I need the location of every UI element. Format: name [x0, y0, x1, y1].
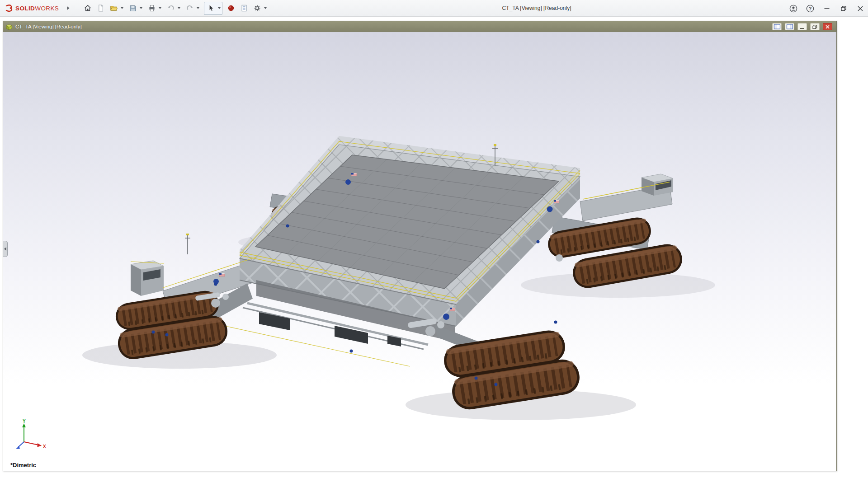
caret-down-icon	[159, 7, 161, 9]
doc-restore-button[interactable]	[810, 23, 820, 30]
new-document-button[interactable]	[94, 2, 107, 14]
restore-icon	[840, 5, 847, 12]
crawler-transporter-model	[3, 32, 836, 471]
quick-access-toolbar	[81, 2, 269, 15]
assembly-document-icon	[5, 23, 13, 30]
app-restore-button[interactable]	[838, 2, 849, 15]
undo-button[interactable]	[165, 2, 177, 14]
graphics-area[interactable]: Y X *Dimetric	[3, 32, 836, 471]
print-dropdown[interactable]	[158, 2, 162, 14]
caret-down-icon	[178, 7, 180, 9]
y-axis-arrow-icon	[22, 423, 26, 427]
select-dropdown[interactable]	[217, 2, 222, 14]
x-axis-arrow-icon	[38, 443, 42, 447]
redo-dropdown[interactable]	[196, 2, 200, 14]
close-icon	[857, 5, 864, 12]
view-orientation-label: *Dimetric	[10, 462, 36, 468]
save-icon	[129, 4, 137, 12]
undo-dropdown[interactable]	[177, 2, 181, 14]
home-button[interactable]	[81, 2, 94, 14]
feature-pane-icon	[774, 23, 781, 30]
home-icon	[84, 4, 92, 12]
help-icon: ?	[806, 4, 815, 13]
doc-close-button[interactable]	[823, 23, 832, 30]
select-cursor-icon	[207, 4, 215, 12]
caret-down-icon	[140, 7, 142, 9]
chevron-right-icon	[66, 6, 70, 10]
solidworks-app: SOLIDWORKS	[0, 0, 868, 487]
display-pane-toggle-button[interactable]	[785, 23, 794, 30]
active-tool-frame	[204, 2, 222, 15]
app-close-button[interactable]	[855, 2, 866, 15]
doc-minimize-button[interactable]	[797, 23, 807, 30]
restore-icon	[811, 24, 818, 30]
solidworks-logo: SOLIDWORKS	[5, 4, 59, 13]
svg-text:?: ?	[809, 6, 812, 11]
user-account-button[interactable]	[788, 2, 799, 15]
options-button[interactable]	[251, 2, 263, 14]
red-sphere-icon	[227, 4, 235, 12]
redo-icon	[186, 4, 194, 12]
help-button[interactable]: ?	[805, 2, 816, 15]
toolbar-flyout-arrow[interactable]	[65, 3, 71, 13]
app-minimize-button[interactable]	[821, 2, 832, 15]
save-button[interactable]	[127, 2, 139, 14]
redo-button[interactable]	[184, 2, 196, 14]
app-title: CT_TA [Viewing] [Read-only]	[491, 0, 582, 17]
mdi-client-area: CT_TA [Viewing] [Read-only]	[0, 17, 868, 487]
caret-down-icon	[264, 7, 267, 9]
print-icon	[148, 4, 156, 12]
app-titlebar: SOLIDWORKS	[0, 0, 868, 17]
user-icon	[789, 4, 798, 13]
dassault-3ds-icon	[5, 4, 14, 13]
caret-down-icon	[197, 7, 199, 9]
x-axis-label: X	[43, 444, 46, 449]
print-button[interactable]	[146, 2, 158, 14]
caret-down-icon	[121, 7, 123, 9]
open-dropdown[interactable]	[120, 2, 124, 14]
file-properties-icon	[240, 4, 248, 12]
document-title: CT_TA [Viewing] [Read-only]	[15, 24, 82, 29]
save-dropdown[interactable]	[139, 2, 143, 14]
close-icon	[824, 24, 831, 30]
undo-icon	[167, 4, 175, 12]
window-controls: ?	[788, 0, 866, 17]
y-axis-label: Y	[23, 419, 26, 424]
new-document-icon	[97, 4, 105, 12]
document-window: CT_TA [Viewing] [Read-only]	[3, 21, 837, 471]
document-window-buttons	[772, 23, 832, 30]
orientation-triad[interactable]: Y X	[12, 419, 50, 457]
display-pane-icon	[786, 23, 793, 30]
gear-icon	[253, 4, 261, 12]
collapse-arrow-icon	[4, 247, 6, 251]
brand-text: SOLIDWORKS	[15, 5, 59, 12]
options-dropdown[interactable]	[263, 2, 268, 14]
select-button[interactable]	[205, 2, 217, 14]
open-button[interactable]	[108, 2, 120, 14]
minimize-icon	[799, 24, 806, 30]
panel-collapse-tab[interactable]	[3, 241, 8, 257]
file-properties-button[interactable]	[238, 2, 250, 14]
minimize-icon	[823, 5, 830, 12]
solidworks-resources-button[interactable]	[225, 2, 237, 14]
feature-pane-toggle-button[interactable]	[772, 23, 782, 30]
caret-down-icon	[218, 7, 221, 9]
document-titlebar[interactable]: CT_TA [Viewing] [Read-only]	[3, 21, 836, 32]
open-folder-icon	[110, 4, 118, 12]
